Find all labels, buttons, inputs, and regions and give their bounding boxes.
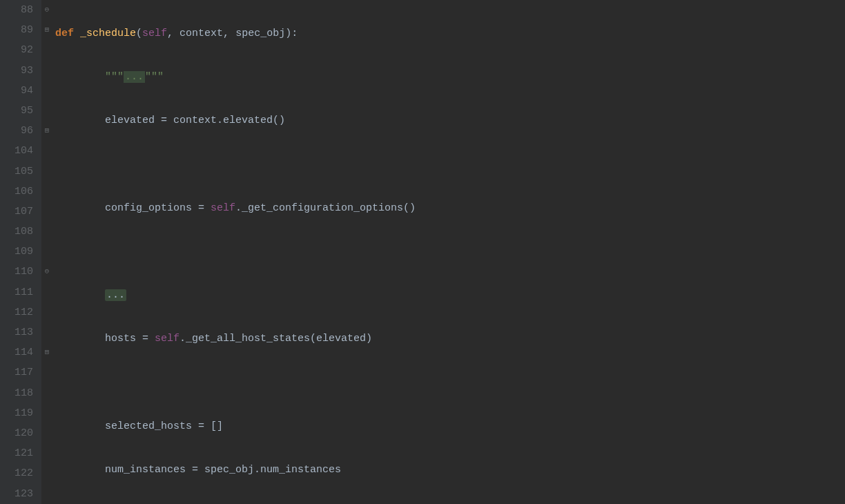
line-number: 96 — [0, 121, 36, 141]
fold-spacer — [41, 141, 52, 161]
fold-spacer — [41, 302, 52, 322]
code-line[interactable]: selected_hosts = [] — [52, 416, 845, 436]
docstring-quote: """ — [105, 71, 124, 83]
docstring-quote: """ — [145, 71, 164, 83]
line-number: 113 — [0, 322, 36, 342]
fold-spacer — [41, 162, 52, 182]
line-number: 89 — [0, 20, 36, 40]
self-ref: self — [155, 333, 179, 345]
line-number: 93 — [0, 61, 36, 81]
code-line[interactable] — [52, 155, 845, 175]
fold-spacer — [41, 463, 52, 483]
fold-spacer — [41, 61, 52, 81]
fold-spacer — [41, 362, 52, 382]
param-self: self — [142, 28, 167, 39]
fold-gutter: ⊖ ⊞ ⊞ ⊖ ⊞ — [41, 0, 52, 504]
fold-spacer — [41, 81, 52, 101]
fold-toggle-icon[interactable]: ⊞ — [41, 121, 52, 141]
line-number: 110 — [0, 262, 36, 282]
line-number: 118 — [0, 383, 36, 403]
keyword-def: def — [55, 28, 74, 39]
fold-toggle-icon[interactable]: ⊞ — [41, 20, 52, 40]
line-number: 104 — [0, 141, 36, 161]
self-ref: self — [211, 202, 235, 214]
fold-spacer — [41, 443, 52, 463]
fold-spacer — [41, 101, 52, 121]
fold-spacer — [41, 484, 52, 504]
fold-toggle-icon[interactable]: ⊖ — [41, 0, 52, 20]
line-number: 88 — [0, 0, 36, 20]
folded-region[interactable]: ... — [105, 289, 126, 301]
line-number: 122 — [0, 463, 36, 483]
code-area[interactable]: def _schedule(self, context, spec_obj): … — [52, 0, 845, 504]
fold-spacer — [41, 182, 52, 202]
line-number: 119 — [0, 403, 36, 423]
line-number: 92 — [0, 40, 36, 60]
code-editor[interactable]: 88 89 92 93 94 95 96 104 105 106 107 108… — [0, 0, 845, 504]
folded-region[interactable]: ... — [124, 71, 145, 83]
line-number: 121 — [0, 443, 36, 463]
code-line[interactable] — [52, 373, 845, 393]
line-number: 117 — [0, 362, 36, 382]
fold-spacer — [41, 242, 52, 262]
line-number: 112 — [0, 302, 36, 322]
fold-spacer — [41, 423, 52, 443]
fold-spacer — [41, 322, 52, 342]
line-number: 109 — [0, 242, 36, 262]
line-number: 107 — [0, 202, 36, 222]
line-number: 108 — [0, 222, 36, 242]
code-line[interactable]: ... — [52, 285, 845, 305]
code-line[interactable]: num_instances = spec_obj.num_instances — [52, 460, 845, 480]
fold-spacer — [41, 383, 52, 403]
line-number: 106 — [0, 182, 36, 202]
line-number: 111 — [0, 282, 36, 302]
line-number: 114 — [0, 342, 36, 362]
fold-spacer — [41, 222, 52, 242]
fold-spacer — [41, 202, 52, 222]
code-line[interactable]: hosts = self._get_all_host_states(elevat… — [52, 329, 845, 349]
line-number: 94 — [0, 81, 36, 101]
code-line[interactable]: """...""" — [52, 67, 845, 87]
line-number: 120 — [0, 423, 36, 443]
line-number-gutter: 88 89 92 93 94 95 96 104 105 106 107 108… — [0, 0, 41, 504]
function-name: _schedule — [80, 28, 136, 39]
line-number: 95 — [0, 101, 36, 121]
code-line[interactable]: config_options = self._get_configuration… — [52, 198, 845, 218]
fold-toggle-icon[interactable]: ⊖ — [41, 262, 52, 282]
fold-spacer — [41, 40, 52, 60]
fold-spacer — [41, 282, 52, 302]
code-line[interactable] — [52, 242, 845, 262]
line-number: 105 — [0, 162, 36, 182]
fold-toggle-icon[interactable]: ⊞ — [41, 342, 52, 362]
code-line[interactable]: elevated = context.elevated() — [52, 110, 845, 130]
line-number: 123 — [0, 484, 36, 504]
fold-spacer — [41, 403, 52, 423]
code-line[interactable]: def _schedule(self, context, spec_obj): — [52, 23, 845, 43]
